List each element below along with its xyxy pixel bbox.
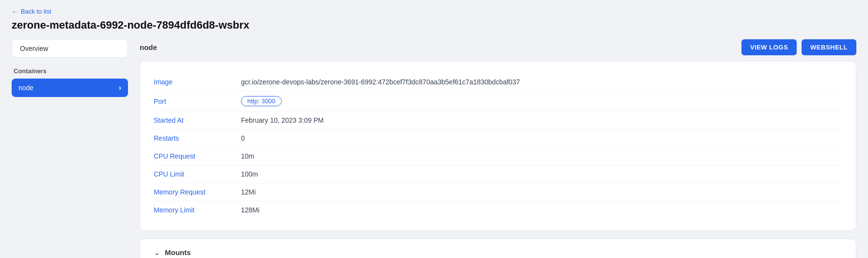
mounts-label: Mounts (165, 248, 191, 257)
table-row: Started AtFebruary 10, 2023 3:09 PM (154, 112, 842, 129)
field-label: CPU Request (154, 147, 241, 165)
action-buttons: VIEW LOGS WEBSHELL (741, 39, 856, 55)
table-row: CPU Limit100m (154, 165, 842, 183)
section-title: node (140, 43, 157, 51)
info-table: Imagegcr.io/zerone-devops-labs/zerone-36… (154, 73, 842, 219)
back-link-label: Back to list (21, 8, 51, 15)
main-header: node VIEW LOGS WEBSHELL (140, 39, 856, 55)
table-row: Memory Limit128Mi (154, 201, 842, 219)
field-label: Image (154, 73, 241, 91)
overview-tab-label: Overview (20, 45, 48, 52)
field-value: 0 (241, 129, 842, 147)
sidebar-item-node[interactable]: node › (12, 79, 128, 97)
page-title: zerone-metadata-6992-node-7894dfd6d8-wsb… (12, 19, 856, 32)
field-value: gcr.io/zerone-devops-labs/zerone-3691-69… (241, 73, 842, 91)
field-label: Memory Limit (154, 201, 241, 219)
field-value: 12Mi (241, 183, 842, 201)
table-row: Memory Request12Mi (154, 183, 842, 201)
table-row: Restarts0 (154, 129, 842, 147)
field-value: 10m (241, 147, 842, 165)
info-card: Imagegcr.io/zerone-devops-labs/zerone-36… (140, 61, 856, 231)
field-value: http: 3000 (241, 91, 842, 112)
webshell-button[interactable]: WEBSHELL (802, 39, 856, 55)
table-row: Imagegcr.io/zerone-devops-labs/zerone-36… (154, 73, 842, 91)
view-logs-button[interactable]: VIEW LOGS (741, 39, 797, 55)
chevron-right-icon: › (119, 83, 121, 92)
port-badge: http: 3000 (241, 96, 282, 106)
back-arrow-icon: ← (12, 8, 18, 15)
table-row: Porthttp: 3000 (154, 91, 842, 112)
field-label: Memory Request (154, 183, 241, 201)
chevron-down-icon: ⌄ (154, 248, 160, 257)
table-row: CPU Request10m (154, 147, 842, 165)
field-value: 128Mi (241, 201, 842, 219)
main-content: node VIEW LOGS WEBSHELL Imagegcr.io/zero… (128, 39, 856, 258)
tab-overview[interactable]: Overview (12, 39, 128, 58)
sidebar: Overview Containers node › (12, 39, 128, 258)
content-area: Overview Containers node › node VIEW LOG… (12, 39, 856, 258)
container-name-label: node (18, 84, 33, 92)
page: ← Back to list zerone-metadata-6992-node… (0, 0, 868, 258)
mounts-toggle[interactable]: ⌄ Mounts (154, 248, 842, 257)
field-label: Started At (154, 112, 241, 129)
field-label: Restarts (154, 129, 241, 147)
field-value: February 10, 2023 3:09 PM (241, 112, 842, 129)
containers-section-label: Containers (12, 67, 128, 75)
field-label: CPU Limit (154, 165, 241, 183)
mounts-card: ⌄ Mounts (140, 239, 856, 258)
field-value: 100m (241, 165, 842, 183)
field-label: Port (154, 91, 241, 112)
back-to-list-link[interactable]: ← Back to list (12, 8, 51, 15)
